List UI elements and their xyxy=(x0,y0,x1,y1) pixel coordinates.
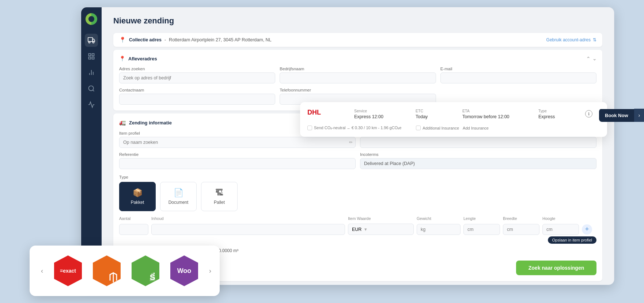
header-hoogte: Hoogte xyxy=(542,216,579,222)
address-search-group: Adres zoeken xyxy=(119,67,275,83)
use-account-address-btn[interactable]: Gebruik account-adres ⇅ xyxy=(546,37,596,42)
company-group: Bedrijfsnaam xyxy=(280,67,436,83)
book-now-btn[interactable]: Book Now › xyxy=(599,109,644,122)
save-item-profile-btn[interactable]: Opslaan in item profiel xyxy=(548,236,596,244)
app-logo[interactable] xyxy=(86,13,97,25)
delivery-header-label: Afleveradres xyxy=(128,56,157,61)
pakket-label: Pakket xyxy=(131,200,144,205)
delivery-section-header: 📍 Afleveradres ⌃ ⌄ xyxy=(119,56,596,61)
dhl-etc-col: ETC Today xyxy=(416,109,459,119)
document-icon: 📄 xyxy=(174,188,183,198)
svg-rect-3 xyxy=(89,54,91,56)
contact-input[interactable] xyxy=(119,94,275,105)
sidebar-item-search[interactable] xyxy=(85,82,98,95)
dhl-row: DHL Service Express 12:00 ETC Today ETA … xyxy=(307,109,600,122)
integration-magento[interactable] xyxy=(90,254,123,287)
items-header-row: Aantal Inhoud Item Waarde Gewicht Lengte… xyxy=(119,216,596,224)
integration-shopify[interactable]: S xyxy=(129,254,162,287)
sidebar-item-reports[interactable] xyxy=(85,66,98,79)
incoterms-label: Incoterms xyxy=(360,152,596,157)
delivery-address-section: 📍 Afleveradres ⌃ ⌄ Adres zoeken Bedrijfs… xyxy=(113,50,602,111)
dhl-brand: DHL xyxy=(307,109,321,116)
hoogte-input[interactable] xyxy=(542,224,579,235)
dhl-eta-label: ETA xyxy=(462,109,535,113)
svg-rect-4 xyxy=(92,54,94,56)
type-btn-document[interactable]: 📄 Document xyxy=(160,182,197,211)
email-input[interactable] xyxy=(440,72,596,83)
exact-label: =exact xyxy=(60,268,76,274)
reference-input[interactable] xyxy=(119,158,356,169)
currency-value: EUR xyxy=(352,227,361,232)
delivery-form-grid: Adres zoeken Bedrijfsnaam E-mail Contact… xyxy=(119,67,596,105)
book-now-main[interactable]: Book Now xyxy=(599,109,634,122)
header-lengte: Lengte xyxy=(463,216,500,222)
inhoud-input[interactable] xyxy=(151,224,345,235)
dhl-service-label: Service xyxy=(354,109,413,113)
sidebar-item-shipments[interactable] xyxy=(85,34,98,47)
search-solutions-btn[interactable]: Zoek naar oplossingen xyxy=(516,261,596,275)
sidebar-item-dashboard[interactable] xyxy=(85,50,98,63)
collection-date-input[interactable]: 2024-09-20 xyxy=(360,137,596,148)
dhl-type-col: Type Express xyxy=(538,109,582,119)
email-group: E-mail xyxy=(440,67,596,83)
item-profile-input[interactable] xyxy=(119,137,356,148)
info-icon[interactable]: ℹ xyxy=(585,110,592,117)
company-input[interactable] xyxy=(280,72,436,83)
location-pin-icon: 📍 xyxy=(119,37,126,43)
dhl-eta-col: ETA Tomorrow before 12:00 xyxy=(462,109,535,119)
lengte-input[interactable] xyxy=(463,224,500,235)
insurance-checkbox[interactable]: Additional Insurance Add Insurance xyxy=(416,126,489,130)
address-search-input[interactable] xyxy=(119,72,275,83)
document-label: Document xyxy=(168,200,189,205)
add-item-btn[interactable]: + xyxy=(582,224,592,235)
add-insurance-value: Add Insurance xyxy=(463,126,489,130)
svg-rect-5 xyxy=(89,57,91,59)
svg-rect-6 xyxy=(92,57,94,59)
svg-point-2 xyxy=(92,41,94,43)
dhl-etc-label: ETC xyxy=(416,109,459,113)
chevron-up-icon[interactable]: ⌃ xyxy=(586,56,590,61)
totals-volume-value: 0.0000 m³ xyxy=(219,248,238,253)
dhl-service-value: Express 12:00 xyxy=(354,114,413,119)
integration-woo[interactable]: Woo xyxy=(168,254,201,287)
co2-checkbox-box[interactable] xyxy=(307,126,312,130)
collection-address-value: Rotterdam Airportplein 27, 3045 AP Rotte… xyxy=(169,37,271,42)
integration-icons: =exact xyxy=(52,254,201,287)
carousel-prev-btn[interactable]: ‹ xyxy=(37,266,47,276)
collection-address-left: 📍 Collectie adres - Rotterdam Airportple… xyxy=(119,37,272,43)
pallet-label: Pallet xyxy=(214,200,225,205)
contact-label: Contactnaam xyxy=(119,88,275,92)
book-now-arrow[interactable]: › xyxy=(634,109,644,122)
svg-point-10 xyxy=(89,86,94,91)
aantal-input[interactable]: 1 xyxy=(119,224,148,235)
type-btn-pallet[interactable]: 🏗 Pallet xyxy=(201,182,238,211)
currency-select[interactable]: EUR ▾ xyxy=(348,224,414,235)
gewicht-input[interactable] xyxy=(417,224,461,235)
edit-icon: ✏ xyxy=(349,140,353,145)
co2-compensate-label: – xyxy=(348,126,350,130)
incoterms-select[interactable]: Delivered at Place (DAP) xyxy=(360,158,596,169)
breedte-input[interactable] xyxy=(503,224,539,235)
item-profile-wrapper: ✏ xyxy=(119,137,356,148)
co2-row: Send CO₂-neutral – € 0.30 / 10 km - 1.96… xyxy=(307,126,600,130)
email-label: E-mail xyxy=(440,67,596,71)
pakket-icon: 📦 xyxy=(133,188,143,198)
header-item-waarde: Item Waarde xyxy=(348,216,414,222)
sidebar-item-analytics[interactable] xyxy=(85,98,98,111)
co2-neutral-label: Send CO₂-neutral xyxy=(314,126,346,130)
save-tooltip: Opslaan in item profiel xyxy=(119,236,596,244)
integrations-card: ‹ =exact xyxy=(30,246,220,296)
magento-icon xyxy=(107,271,120,284)
insurance-checkbox-box[interactable] xyxy=(416,126,421,130)
carousel-next-btn[interactable]: › xyxy=(205,266,215,276)
dhl-info-col: ℹ xyxy=(585,109,596,117)
co2-neutral-checkbox[interactable]: Send CO₂-neutral – € 0.30 / 10 km - 1.96… xyxy=(307,126,401,130)
dhl-type-value: Express xyxy=(538,114,582,119)
type-btn-pakket[interactable]: 📦 Pakket xyxy=(119,182,156,211)
location-icon: 📍 xyxy=(119,56,125,61)
integration-exact[interactable]: =exact xyxy=(52,254,84,287)
dhl-service-col: Service Express 12:00 xyxy=(354,109,413,119)
dhl-popup-card: DHL Service Express 12:00 ETC Today ETA … xyxy=(300,102,607,137)
collection-address-label: Collectie adres xyxy=(129,37,162,42)
chevron-down-icon[interactable]: ⌄ xyxy=(592,56,596,61)
